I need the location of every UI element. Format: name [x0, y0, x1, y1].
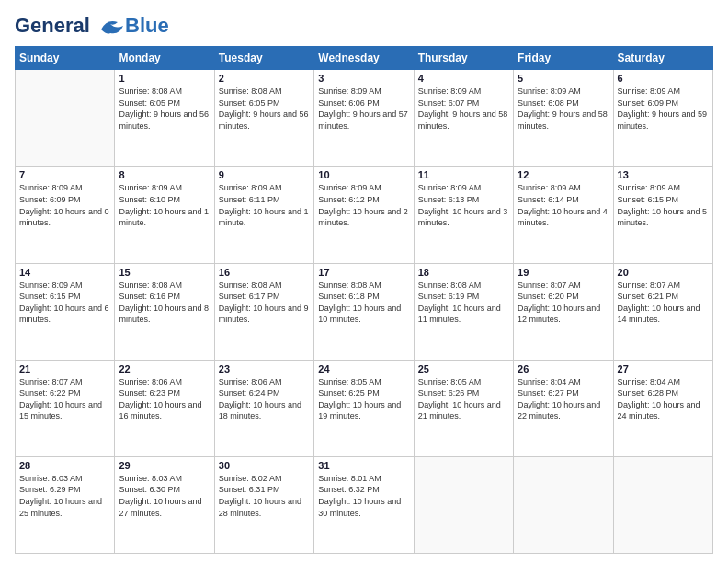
table-row: 24Sunrise: 8:05 AMSunset: 6:25 PMDayligh… [314, 360, 414, 456]
header-wednesday: Wednesday [314, 47, 414, 70]
day-number: 9 [219, 169, 310, 180]
table-row: 1Sunrise: 8:08 AMSunset: 6:05 PMDaylight… [115, 70, 214, 167]
header-friday: Friday [514, 47, 613, 70]
day-info: Sunrise: 8:04 AMSunset: 6:28 PMDaylight:… [618, 376, 709, 422]
day-number: 23 [219, 363, 310, 374]
day-number: 28 [19, 460, 110, 471]
day-number: 18 [418, 267, 509, 278]
calendar-table: Sunday Monday Tuesday Wednesday Thursday… [15, 46, 713, 554]
day-info: Sunrise: 8:08 AMSunset: 6:05 PMDaylight:… [119, 86, 210, 132]
logo: General Blue [15, 15, 169, 37]
day-info: Sunrise: 8:06 AMSunset: 6:23 PMDaylight:… [119, 376, 210, 422]
table-row: 11Sunrise: 8:09 AMSunset: 6:13 PMDayligh… [414, 167, 513, 263]
day-number: 8 [119, 169, 210, 180]
table-row: 10Sunrise: 8:09 AMSunset: 6:12 PMDayligh… [314, 167, 414, 263]
header-saturday: Saturday [613, 47, 712, 70]
day-info: Sunrise: 8:05 AMSunset: 6:25 PMDaylight:… [318, 376, 409, 422]
day-info: Sunrise: 8:04 AMSunset: 6:27 PMDaylight:… [518, 376, 609, 422]
table-row: 30Sunrise: 8:02 AMSunset: 6:31 PMDayligh… [214, 456, 313, 553]
day-info: Sunrise: 8:09 AMSunset: 6:14 PMDaylight:… [518, 182, 609, 228]
table-row: 20Sunrise: 8:07 AMSunset: 6:21 PMDayligh… [613, 263, 712, 360]
day-info: Sunrise: 8:09 AMSunset: 6:11 PMDaylight:… [219, 182, 310, 228]
day-number: 29 [119, 460, 210, 471]
table-row [414, 456, 513, 553]
calendar-page: General Blue Sunday Monday Tuesday Wedne… [0, 0, 728, 563]
header-monday: Monday [115, 47, 214, 70]
table-row [16, 70, 115, 167]
day-number: 16 [219, 267, 310, 278]
day-info: Sunrise: 8:08 AMSunset: 6:18 PMDaylight:… [318, 280, 409, 326]
day-info: Sunrise: 8:03 AMSunset: 6:29 PMDaylight:… [19, 473, 110, 519]
day-info: Sunrise: 8:08 AMSunset: 6:05 PMDaylight:… [219, 86, 310, 132]
calendar-week-row: 1Sunrise: 8:08 AMSunset: 6:05 PMDaylight… [16, 70, 713, 167]
header-thursday: Thursday [414, 47, 513, 70]
day-number: 13 [618, 169, 709, 180]
day-number: 5 [518, 73, 609, 84]
calendar-week-row: 21Sunrise: 8:07 AMSunset: 6:22 PMDayligh… [16, 360, 713, 456]
day-number: 19 [518, 267, 609, 278]
table-row: 14Sunrise: 8:09 AMSunset: 6:15 PMDayligh… [16, 263, 115, 360]
calendar-week-row: 28Sunrise: 8:03 AMSunset: 6:29 PMDayligh… [16, 456, 713, 553]
day-info: Sunrise: 8:09 AMSunset: 6:06 PMDaylight:… [318, 86, 409, 132]
logo-bird-icon [97, 17, 123, 37]
table-row: 2Sunrise: 8:08 AMSunset: 6:05 PMDaylight… [214, 70, 313, 167]
day-info: Sunrise: 8:03 AMSunset: 6:30 PMDaylight:… [119, 473, 210, 519]
day-number: 4 [418, 73, 509, 84]
day-info: Sunrise: 8:06 AMSunset: 6:24 PMDaylight:… [219, 376, 310, 422]
logo-blue: Blue [125, 15, 169, 37]
header-tuesday: Tuesday [214, 47, 313, 70]
day-number: 22 [119, 363, 210, 374]
day-number: 17 [318, 267, 409, 278]
table-row: 28Sunrise: 8:03 AMSunset: 6:29 PMDayligh… [16, 456, 115, 553]
calendar-week-row: 7Sunrise: 8:09 AMSunset: 6:09 PMDaylight… [16, 167, 713, 263]
day-info: Sunrise: 8:05 AMSunset: 6:26 PMDaylight:… [418, 376, 509, 422]
day-number: 15 [119, 267, 210, 278]
day-number: 24 [318, 363, 409, 374]
day-number: 30 [219, 460, 310, 471]
table-row: 8Sunrise: 8:09 AMSunset: 6:10 PMDaylight… [115, 167, 214, 263]
header-sunday: Sunday [16, 47, 115, 70]
table-row: 15Sunrise: 8:08 AMSunset: 6:16 PMDayligh… [115, 263, 214, 360]
table-row: 9Sunrise: 8:09 AMSunset: 6:11 PMDaylight… [214, 167, 313, 263]
day-info: Sunrise: 8:09 AMSunset: 6:09 PMDaylight:… [19, 182, 110, 228]
day-info: Sunrise: 8:09 AMSunset: 6:07 PMDaylight:… [418, 86, 509, 132]
logo-text: General [15, 15, 123, 37]
day-info: Sunrise: 8:09 AMSunset: 6:15 PMDaylight:… [618, 182, 709, 228]
day-info: Sunrise: 8:01 AMSunset: 6:32 PMDaylight:… [318, 473, 409, 519]
calendar-week-row: 14Sunrise: 8:09 AMSunset: 6:15 PMDayligh… [16, 263, 713, 360]
table-row [613, 456, 712, 553]
day-info: Sunrise: 8:09 AMSunset: 6:10 PMDaylight:… [119, 182, 210, 228]
table-row: 29Sunrise: 8:03 AMSunset: 6:30 PMDayligh… [115, 456, 214, 553]
day-number: 11 [418, 169, 509, 180]
table-row: 17Sunrise: 8:08 AMSunset: 6:18 PMDayligh… [314, 263, 414, 360]
day-number: 3 [318, 73, 409, 84]
day-info: Sunrise: 8:07 AMSunset: 6:21 PMDaylight:… [618, 280, 709, 326]
weekday-header-row: Sunday Monday Tuesday Wednesday Thursday… [16, 47, 713, 70]
day-number: 31 [318, 460, 409, 471]
day-number: 27 [618, 363, 709, 374]
table-row: 4Sunrise: 8:09 AMSunset: 6:07 PMDaylight… [414, 70, 513, 167]
day-number: 10 [318, 169, 409, 180]
day-number: 6 [618, 73, 709, 84]
day-number: 25 [418, 363, 509, 374]
table-row: 12Sunrise: 8:09 AMSunset: 6:14 PMDayligh… [514, 167, 613, 263]
table-row [514, 456, 613, 553]
day-info: Sunrise: 8:08 AMSunset: 6:19 PMDaylight:… [418, 280, 509, 326]
day-info: Sunrise: 8:02 AMSunset: 6:31 PMDaylight:… [219, 473, 310, 519]
table-row: 31Sunrise: 8:01 AMSunset: 6:32 PMDayligh… [314, 456, 414, 553]
day-info: Sunrise: 8:09 AMSunset: 6:09 PMDaylight:… [618, 86, 709, 132]
day-number: 21 [19, 363, 110, 374]
table-row: 16Sunrise: 8:08 AMSunset: 6:17 PMDayligh… [214, 263, 313, 360]
table-row: 25Sunrise: 8:05 AMSunset: 6:26 PMDayligh… [414, 360, 513, 456]
day-info: Sunrise: 8:08 AMSunset: 6:17 PMDaylight:… [219, 280, 310, 326]
day-info: Sunrise: 8:09 AMSunset: 6:15 PMDaylight:… [19, 280, 110, 326]
day-info: Sunrise: 8:07 AMSunset: 6:20 PMDaylight:… [518, 280, 609, 326]
table-row: 3Sunrise: 8:09 AMSunset: 6:06 PMDaylight… [314, 70, 414, 167]
table-row: 22Sunrise: 8:06 AMSunset: 6:23 PMDayligh… [115, 360, 214, 456]
table-row: 26Sunrise: 8:04 AMSunset: 6:27 PMDayligh… [514, 360, 613, 456]
table-row: 21Sunrise: 8:07 AMSunset: 6:22 PMDayligh… [16, 360, 115, 456]
table-row: 19Sunrise: 8:07 AMSunset: 6:20 PMDayligh… [514, 263, 613, 360]
table-row: 23Sunrise: 8:06 AMSunset: 6:24 PMDayligh… [214, 360, 313, 456]
table-row: 13Sunrise: 8:09 AMSunset: 6:15 PMDayligh… [613, 167, 712, 263]
table-row: 7Sunrise: 8:09 AMSunset: 6:09 PMDaylight… [16, 167, 115, 263]
